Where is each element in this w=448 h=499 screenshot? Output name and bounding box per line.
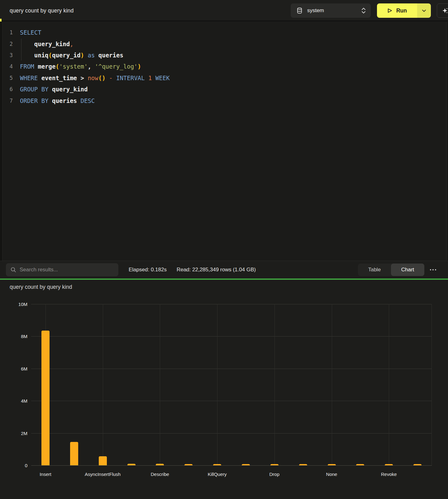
view-toggle: Table Chart — [358, 264, 424, 276]
bar[interactable] — [356, 464, 364, 465]
y-grid-line — [31, 465, 432, 466]
x-grid-line — [160, 304, 160, 465]
y-grid-line — [31, 401, 432, 401]
x-axis-label: None — [304, 472, 360, 477]
bar[interactable] — [242, 464, 250, 465]
plot-right-border — [431, 304, 432, 465]
bar[interactable] — [41, 331, 50, 465]
x-axis-label: AsyncInsertFlush — [75, 472, 131, 477]
code-line[interactable]: 2 query_kind, — [0, 38, 442, 49]
ellipsis-icon — [430, 269, 431, 270]
editor-scrollbar-track[interactable] — [446, 22, 448, 261]
bar[interactable] — [270, 464, 279, 465]
assistant-button[interactable] — [437, 3, 448, 18]
bar[interactable] — [184, 464, 193, 465]
bar[interactable] — [413, 464, 422, 465]
code-text: uniq(query_id) as queries — [20, 52, 123, 59]
code-text: FROM merge('system', '^query_log') — [20, 63, 141, 70]
run-button[interactable]: Run — [377, 3, 417, 18]
run-split-button: Run — [377, 3, 431, 18]
database-selector-value: system — [307, 7, 361, 14]
bar[interactable] — [213, 464, 221, 465]
line-number: 6 — [0, 86, 13, 92]
y-axis-label: 4M — [12, 398, 27, 404]
bar[interactable] — [385, 464, 393, 465]
x-axis-label: Insert — [17, 472, 74, 477]
code-lines: 1SELECT2 query_kind,3 uniq(query_id) as … — [0, 27, 442, 106]
indent-guide — [21, 39, 21, 61]
read-text: Read: 22,285,349 rows (1.04 GB) — [177, 267, 256, 273]
line-number: 5 — [0, 75, 13, 81]
updown-chevron-icon — [361, 7, 366, 14]
plot-area: 10M8M6M4M2M0InsertAsyncInsertFlushDescri… — [31, 304, 432, 465]
code-text: SELECT — [20, 29, 41, 36]
y-grid-line — [31, 433, 432, 434]
line-number: 7 — [0, 98, 13, 104]
toggle-chart[interactable]: Chart — [391, 264, 424, 276]
bar[interactable] — [328, 464, 336, 465]
line-number: 2 — [0, 41, 13, 47]
search-box — [6, 263, 118, 276]
header-bar: query count by query kind system Run — [0, 0, 448, 21]
y-axis-label: 0 — [12, 463, 27, 468]
code-text: ORDER BY queries DESC — [20, 97, 95, 104]
x-grid-line — [332, 304, 332, 465]
line-number: 1 — [0, 29, 13, 36]
x-grid-line — [103, 304, 103, 465]
database-selector[interactable]: system — [291, 3, 371, 18]
chevron-down-icon — [422, 9, 426, 12]
more-options-button[interactable] — [429, 267, 437, 272]
x-axis-label: Revoke — [361, 472, 417, 477]
x-grid-line — [389, 304, 389, 465]
bar[interactable] — [156, 464, 164, 465]
bar[interactable] — [127, 464, 136, 465]
code-line[interactable]: 1SELECT — [0, 27, 442, 38]
y-axis-label: 2M — [12, 430, 27, 436]
sparkle-icon — [442, 7, 448, 14]
code-text: query_kind, — [20, 41, 74, 47]
run-dropdown-button[interactable] — [417, 3, 431, 18]
play-icon — [387, 8, 393, 13]
y-grid-line — [31, 369, 432, 369]
x-grid-line — [217, 304, 217, 465]
x-axis-label: Drop — [246, 472, 303, 477]
bar[interactable] — [299, 464, 307, 465]
code-line[interactable]: 3 uniq(query_id) as queries — [0, 50, 442, 61]
run-button-label: Run — [396, 7, 407, 14]
code-text: WHERE event_time > now() - INTERVAL 1 WE… — [20, 75, 170, 81]
code-text: GROUP BY query_kind — [20, 86, 88, 93]
code-line[interactable]: 7ORDER BY queries DESC — [0, 95, 442, 106]
search-input[interactable] — [20, 263, 113, 276]
bar[interactable] — [99, 456, 107, 465]
chart-title: query count by query kind — [10, 284, 72, 290]
code-line[interactable]: 6GROUP BY query_kind — [0, 84, 442, 95]
line-number: 4 — [0, 63, 13, 70]
line-number: 3 — [0, 52, 13, 58]
y-grid-line — [31, 304, 432, 304]
code-line[interactable]: 5WHERE event_time > now() - INTERVAL 1 W… — [0, 72, 442, 84]
results-toolbar: Elapsed: 0.182s Read: 22,285,349 rows (1… — [0, 261, 448, 279]
query-title: query count by query kind — [10, 0, 74, 21]
x-grid-line — [274, 304, 275, 465]
code-line[interactable]: 4FROM merge('system', '^query_log') — [0, 61, 442, 72]
cursor-notch — [0, 19, 2, 22]
search-icon — [11, 267, 16, 273]
x-axis-label: Describe — [132, 472, 188, 477]
y-grid-line — [31, 336, 432, 337]
toggle-table[interactable]: Table — [358, 264, 391, 276]
elapsed-text: Elapsed: 0.182s — [129, 267, 167, 273]
x-axis-label: KillQuery — [189, 472, 245, 477]
y-axis-label: 10M — [12, 302, 27, 307]
sql-console: query count by query kind system Run — [0, 0, 448, 499]
y-axis-label: 8M — [12, 334, 27, 339]
chart-panel: query count by query kind 10M8M6M4M2M0In… — [0, 280, 448, 499]
sql-editor[interactable]: 1SELECT2 query_kind,3 uniq(query_id) as … — [0, 22, 448, 261]
database-icon — [297, 7, 302, 14]
bar[interactable] — [70, 442, 78, 465]
y-axis-label: 6M — [12, 366, 27, 371]
